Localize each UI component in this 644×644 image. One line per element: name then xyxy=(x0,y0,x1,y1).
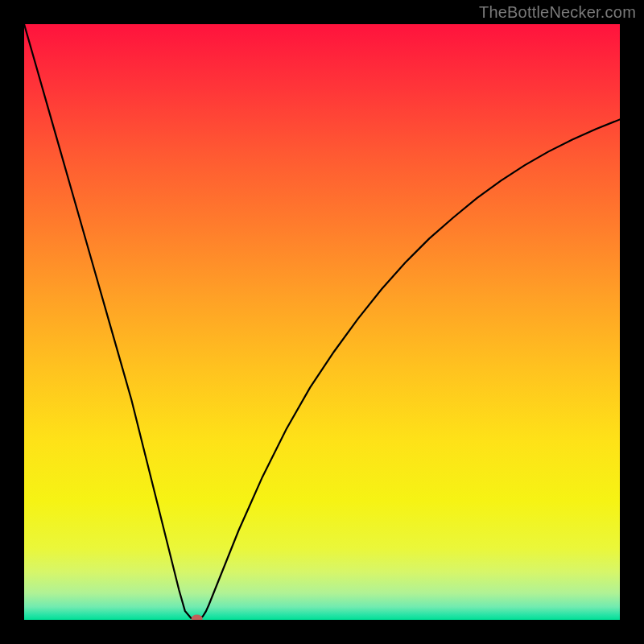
gradient-rect xyxy=(24,24,620,620)
chart-stage: TheBottleNecker.com xyxy=(0,0,644,644)
watermark-text: TheBottleNecker.com xyxy=(479,3,636,22)
plot-area xyxy=(24,24,620,620)
plot-svg xyxy=(24,24,620,620)
